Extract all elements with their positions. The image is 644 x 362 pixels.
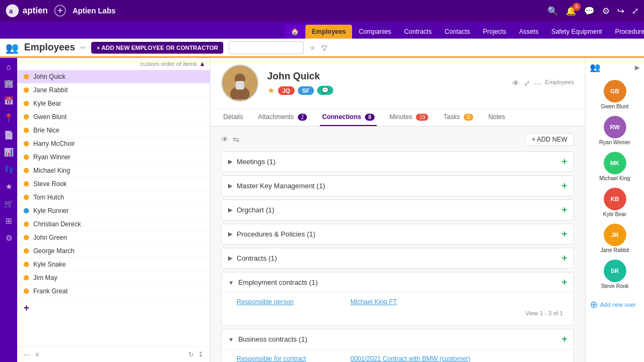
nav-map-icon[interactable]: 📍 (4, 113, 14, 123)
favorite-icon[interactable]: ★ (309, 43, 316, 52)
list-item[interactable]: Gwen Blunt (17, 110, 210, 124)
list-item[interactable]: Frank Great (17, 285, 210, 298)
chat-icon[interactable]: 💬 (584, 6, 595, 16)
tab-safety[interactable]: Safety Equipment (545, 25, 609, 39)
tab-details[interactable]: Details (221, 109, 245, 126)
section-add-icon[interactable]: + (561, 204, 567, 216)
section-add-icon[interactable]: + (561, 277, 567, 288)
list-item[interactable]: George March (17, 245, 210, 258)
aptien-logo: a (5, 4, 19, 18)
sidebar-user[interactable]: RW Ryan Winner (586, 113, 644, 149)
sidebar-user[interactable]: GB Gwen Blunt (586, 77, 644, 113)
list-item[interactable]: Tom Hutch (17, 191, 210, 204)
more-icon[interactable]: ··· (535, 79, 541, 87)
tab-attachments[interactable]: Attachments 2 (256, 109, 310, 126)
logout-icon[interactable]: ↪ (617, 6, 624, 16)
list-settings-icon[interactable]: ≡ (35, 351, 39, 358)
tab-companies[interactable]: Companies (352, 25, 398, 39)
list-item[interactable]: Michael King (17, 164, 210, 178)
section-header[interactable]: ▶ Meetings (1) + (222, 152, 574, 172)
section-header[interactable]: ▶ Contracts (1) + (222, 248, 574, 268)
export-icon[interactable]: ↧ (198, 351, 203, 358)
list-item[interactable]: John Quick (17, 70, 210, 84)
row-label[interactable]: Responsible person (237, 298, 344, 306)
sidebar-user[interactable]: JR Jane Rabbit (586, 220, 644, 256)
section-header[interactable]: ▼ Business contracts (1) + (222, 329, 574, 349)
list-item[interactable]: Kyle Snake (17, 258, 210, 271)
nav-docs-icon[interactable]: 📄 (4, 130, 14, 140)
status-dot (24, 168, 29, 173)
badge-jq[interactable]: JQ (278, 86, 295, 95)
section-header[interactable]: ▶ Orgchart (1) + (222, 200, 574, 220)
sidebar-user[interactable]: SR Steve Rook (586, 256, 644, 292)
sidebar-user[interactable]: KB Kyle Bear (586, 184, 644, 220)
nav-calendar-icon[interactable]: 📅 (4, 96, 14, 106)
list-item[interactable]: Jim May (17, 271, 210, 285)
list-item[interactable]: Jane Rabbit (17, 84, 210, 97)
nav-analytics-icon[interactable]: 📊 (4, 147, 14, 157)
nav-footprint-icon[interactable]: 👣 (4, 165, 14, 174)
view-toggle-icon[interactable]: 👁 (221, 135, 229, 144)
row-value[interactable]: Michael King FT (350, 298, 563, 306)
list-item[interactable]: Brie Nice (17, 124, 210, 137)
add-employee-button[interactable]: + ADD NEW EMPLOYEE OR CONTRACTOR (91, 42, 223, 54)
search-input[interactable] (229, 41, 304, 54)
tab-procedures[interactable]: Procedures & Policies (609, 25, 644, 39)
settings-icon[interactable]: ⚙ (602, 6, 610, 16)
sidebar-user[interactable]: MK Michael King (586, 149, 644, 184)
section-add-icon[interactable]: + (561, 180, 567, 191)
sort-icon[interactable]: ▲ (199, 60, 206, 68)
list-item[interactable]: Christian Dereck (17, 218, 210, 231)
row-value[interactable]: 0001/2021 Contract with BMW (customer) (350, 355, 563, 362)
tab-projects[interactable]: Projects (477, 25, 513, 39)
bell-icon[interactable]: 🔔 6 (566, 6, 576, 16)
tab-home[interactable]: 🏠 (284, 25, 305, 39)
nav-settings-icon[interactable]: ⚙ (5, 233, 12, 243)
row-label[interactable]: Responsible for contract (237, 355, 344, 362)
tab-connections[interactable]: Connections 8 (320, 109, 377, 126)
nav-org-icon[interactable]: 🏢 (4, 79, 14, 88)
nav-cart-icon[interactable]: 🛒 (4, 199, 14, 209)
tab-notes[interactable]: Notes (486, 109, 507, 126)
section-add-icon[interactable]: + (561, 228, 567, 240)
add-new-user-button[interactable]: ⊕ Add new user (586, 294, 644, 315)
add-new-button[interactable]: + ADD NEW (525, 133, 574, 146)
list-item[interactable]: Harry McChoir (17, 137, 210, 151)
list-item[interactable]: Kyle Bear (17, 97, 210, 110)
tab-minutes[interactable]: Minutes 19 (387, 109, 430, 126)
tab-contacts[interactable]: Contacts (438, 25, 476, 39)
nav-star-icon[interactable]: ★ (5, 182, 12, 191)
section-header[interactable]: ▶ Procedures & Policies (1) + (222, 224, 574, 244)
list-item[interactable]: John Green (17, 231, 210, 245)
list-item[interactable]: Steve Rook (17, 178, 210, 191)
badge-chat[interactable]: 💬 (317, 86, 333, 95)
nav-grid-icon[interactable]: ⊞ (5, 216, 12, 226)
expand-icon[interactable]: ⤢ (632, 6, 639, 16)
share-icon[interactable]: ⤢ (524, 79, 530, 87)
list-item[interactable]: Kyle Runner (17, 204, 210, 218)
list-item[interactable]: Ryan Winner (17, 151, 210, 164)
tab-employees[interactable]: Employees (305, 25, 352, 39)
more-options-icon[interactable]: ··· (24, 350, 30, 359)
add-item-button[interactable]: + (54, 5, 66, 17)
section-header[interactable]: ▶ Master Key Management (1) + (222, 176, 574, 196)
badge-sf[interactable]: SF (298, 86, 314, 95)
favorite-star-icon[interactable]: ★ (267, 85, 275, 95)
refresh-icon[interactable]: ↻ (188, 351, 194, 358)
section-add-icon[interactable]: + (561, 156, 567, 167)
tab-contracts[interactable]: Contracts (398, 25, 438, 39)
nav-home-icon[interactable]: ⌂ (6, 62, 11, 71)
tab-assets[interactable]: Assets (513, 25, 545, 39)
search-icon[interactable]: 🔍 (547, 6, 558, 16)
filter-icon[interactable]: ▽ (321, 43, 327, 52)
edit-title-icon[interactable]: ✏ (80, 44, 86, 51)
collapse-sidebar-icon[interactable]: ▶ (635, 64, 640, 71)
view-icon[interactable]: 👁 (512, 79, 519, 87)
add-employee-list-icon[interactable]: + (17, 298, 210, 318)
section-add-icon[interactable]: + (561, 253, 567, 264)
tab-tasks[interactable]: Tasks 0 (441, 109, 475, 126)
link-icon[interactable]: ⇆ (233, 135, 239, 144)
section-add-icon[interactable]: + (561, 334, 567, 345)
connection-section-orgchart: ▶ Orgchart (1) + (221, 200, 574, 220)
section-header[interactable]: ▼ Employment contracts (1) + (222, 272, 574, 292)
